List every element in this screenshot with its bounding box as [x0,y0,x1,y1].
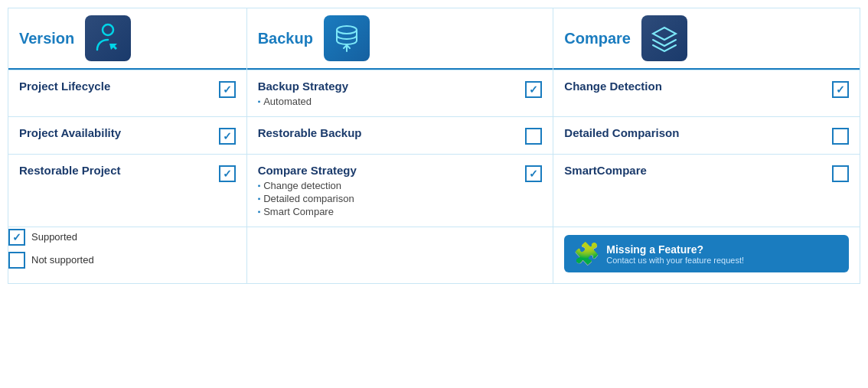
feature-row-2: Project Availability Restorable Backup D… [8,117,860,155]
header-compare: Compare [553,8,860,70]
legend-supported-label: Supported [31,231,77,243]
legend-supported: Supported [8,227,246,246]
legend-supported-checkbox [8,229,25,246]
version-icon [85,15,131,61]
feature-row-3: Restorable Project Compare Strategy Chan… [8,155,860,227]
version-feature-3-name: Restorable Project [19,164,121,177]
backup-feature-1: Backup Strategy Automated [246,70,553,117]
backup-feature-3-name: Compare Strategy [258,164,357,177]
version-feature-2-name: Project Availability [19,126,121,139]
legend-cell: Supported Not supported [8,227,247,284]
backup-feature-3-sub-1: Detailed comparison [258,193,357,204]
version-feature-3-checkbox [219,165,236,182]
svg-point-0 [103,24,113,35]
backup-feature-2-name: Restorable Backup [258,126,362,139]
header-version-label: Version [19,30,74,47]
bottom-row: Supported Not supported 🧩 Missing a Feat… [8,227,860,284]
features-table: Version Backup [8,8,860,284]
compare-feature-2-checkbox [832,128,849,145]
backup-feature-1-sub-0: Automated [258,96,348,107]
version-feature-1-name: Project Lifecycle [19,80,110,93]
backup-icon [324,15,370,61]
header-backup-label: Backup [258,30,313,47]
legend-not-supported-checkbox [8,252,25,269]
svg-point-1 [337,26,357,34]
feature-row-1: Project Lifecycle Backup Strategy Automa… [8,70,860,117]
puzzle-icon: 🧩 [573,241,600,266]
version-feature-1: Project Lifecycle [8,70,247,117]
compare-feature-1: Change Detection [553,70,860,117]
missing-feature-subtitle: Contact us with your feature request! [606,256,744,265]
backup-feature-3: Compare Strategy Change detection Detail… [246,155,553,227]
compare-feature-2-name: Detailed Comparison [564,126,679,139]
backup-feature-2-checkbox [525,128,542,145]
backup-feature-1-checkbox [525,81,542,98]
compare-feature-3: SmartCompare [553,155,860,227]
compare-icon [641,15,687,61]
missing-feature-title: Missing a Feature? [606,243,744,256]
backup-feature-3-sub: Change detection Detailed comparison Sma… [258,180,357,217]
backup-bottom [246,227,553,284]
backup-feature-2: Restorable Backup [246,117,553,155]
compare-bottom: 🧩 Missing a Feature? Contact us with you… [553,227,860,284]
compare-feature-1-checkbox [832,81,849,98]
header-version: Version [8,8,247,70]
compare-feature-3-checkbox [832,165,849,182]
compare-feature-3-name: SmartCompare [564,164,647,177]
compare-feature-2: Detailed Comparison [553,117,860,155]
legend-not-supported-label: Not supported [31,254,94,266]
version-feature-2: Project Availability [8,117,247,155]
backup-feature-1-sub: Automated [258,96,348,107]
header-backup: Backup [246,8,553,70]
version-feature-3: Restorable Project [8,155,247,227]
backup-feature-1-name: Backup Strategy [258,80,348,93]
missing-feature-banner[interactable]: 🧩 Missing a Feature? Contact us with you… [564,235,849,272]
header-compare-label: Compare [564,30,631,47]
version-feature-2-checkbox [219,128,236,145]
missing-feature-text: Missing a Feature? Contact us with your … [606,243,744,265]
backup-feature-3-sub-0: Change detection [258,180,357,191]
version-feature-1-checkbox [219,81,236,98]
backup-feature-3-checkbox [525,165,542,182]
compare-feature-1-name: Change Detection [564,80,662,93]
legend-not-supported: Not supported [8,250,246,269]
backup-feature-3-sub-2: Smart Compare [258,206,357,217]
